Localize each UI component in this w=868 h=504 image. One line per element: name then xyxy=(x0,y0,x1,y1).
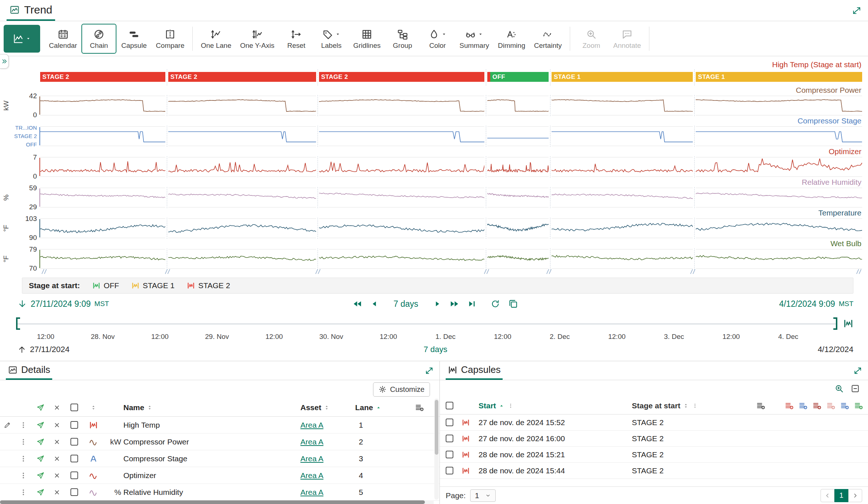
chart-segment[interactable] xyxy=(319,157,484,177)
toolbar-button-summary[interactable]: Summary xyxy=(455,24,493,54)
chart-segment[interactable] xyxy=(319,249,484,269)
toolbar-button-trend-type[interactable] xyxy=(4,25,40,53)
chart-segment[interactable] xyxy=(168,126,316,146)
capsule-checkbox[interactable] xyxy=(446,419,453,426)
chart-segment[interactable] xyxy=(168,157,316,177)
chart-segment[interactable] xyxy=(696,188,862,207)
y-axis[interactable]: 70 xyxy=(0,157,40,177)
toolbar-button-gridlines[interactable]: Gridlines xyxy=(349,24,385,54)
column-header-asset[interactable]: Asset xyxy=(300,403,355,412)
range-start-arrow-icon[interactable] xyxy=(18,299,27,309)
capsule-row[interactable]: 28 de nov. de 2024 15:44STAGE 2 xyxy=(440,463,868,479)
chart-segment[interactable] xyxy=(487,249,549,269)
capsule-segment[interactable]: OFF xyxy=(487,70,549,85)
row-menu-icon[interactable] xyxy=(19,438,27,446)
details-row[interactable]: High TempArea A1 xyxy=(0,417,439,434)
row-checkbox[interactable] xyxy=(70,455,78,462)
toolbar-button-one-y-axis[interactable]: One Y-Axis xyxy=(236,24,279,54)
chart-segment[interactable] xyxy=(319,218,484,238)
timebar-right-handle[interactable] xyxy=(833,317,837,330)
lane-number[interactable]: 2 xyxy=(355,438,399,446)
y-axis[interactable]: kW420 xyxy=(0,96,40,115)
add-column-icon[interactable] xyxy=(826,401,835,410)
preview-icon[interactable] xyxy=(37,488,45,496)
remove-item-icon[interactable] xyxy=(53,421,61,429)
toolbar-button-dimming[interactable]: Dimming xyxy=(493,24,530,54)
toolbar-button-one-lane[interactable]: One Lane xyxy=(196,24,235,54)
chart-segment[interactable] xyxy=(696,96,862,115)
row-checkbox[interactable] xyxy=(70,488,78,496)
investigate-range-duration[interactable]: 7 days xyxy=(171,345,700,354)
chart-segment[interactable] xyxy=(552,96,693,115)
timebar-capsules-toggle-icon[interactable] xyxy=(843,318,853,329)
add-column-icon[interactable] xyxy=(854,401,863,410)
toolbar-button-group[interactable]: Group xyxy=(385,24,420,54)
pan-forward-icon[interactable] xyxy=(433,299,442,308)
preview-icon[interactable] xyxy=(37,471,45,480)
chart-segment[interactable] xyxy=(487,157,549,177)
details-row[interactable]: OptimizerArea A4 xyxy=(0,467,439,484)
row-menu-icon[interactable] xyxy=(19,455,27,463)
toolbar-button-labels[interactable]: Labels xyxy=(314,24,349,54)
capsule-row[interactable]: 27 de nov. de 2024 16:00STAGE 2 xyxy=(440,431,868,447)
sort-type-icon[interactable] xyxy=(90,404,97,411)
column-header-stage[interactable]: Stage at start xyxy=(632,401,868,410)
toolbar-button-certainty[interactable]: Certainty xyxy=(530,24,566,54)
expand-details-icon[interactable] xyxy=(425,366,434,375)
toolbar-button-calendar[interactable]: Calendar xyxy=(45,24,81,54)
chart-segment[interactable] xyxy=(40,96,165,115)
capsule-segment[interactable]: STAGE 2 xyxy=(319,70,484,85)
chart-segment[interactable] xyxy=(552,157,693,177)
lane-number[interactable]: 4 xyxy=(355,471,399,480)
column-menu-icon[interactable] xyxy=(692,403,698,409)
display-range-end[interactable]: 4/12/2024 9:09 xyxy=(779,299,835,309)
lane-number[interactable]: 3 xyxy=(355,454,399,463)
asset-link[interactable]: Area A xyxy=(300,421,323,429)
add-column-icon[interactable] xyxy=(756,401,765,410)
lane-label[interactable]: Temperature xyxy=(40,207,862,218)
row-checkbox[interactable] xyxy=(70,421,78,429)
duration-button[interactable]: 7 days xyxy=(393,299,418,309)
zoom-to-capsule-icon[interactable] xyxy=(834,384,844,393)
capsule-checkbox[interactable] xyxy=(446,451,453,458)
chart-segment[interactable] xyxy=(40,157,165,177)
chart-segment[interactable] xyxy=(168,188,316,207)
investigate-range-start[interactable]: 27/11/2024 xyxy=(30,345,69,354)
column-header-start[interactable]: Start xyxy=(479,401,632,410)
row-menu-icon[interactable] xyxy=(19,421,27,429)
column-menu-icon[interactable] xyxy=(508,403,514,409)
item-name[interactable]: Optimizer xyxy=(123,471,300,480)
remove-item-icon[interactable] xyxy=(53,472,61,479)
auto-update-icon[interactable] xyxy=(491,299,500,309)
chart-segment[interactable] xyxy=(168,249,316,269)
details-row[interactable]: kWCompressor PowerArea A2 xyxy=(0,434,439,450)
range-up-arrow-icon[interactable] xyxy=(18,345,26,354)
next-page-button[interactable] xyxy=(848,489,862,502)
y-axis[interactable]: %5929 xyxy=(0,188,40,207)
edit-item-icon[interactable] xyxy=(4,421,11,429)
investigate-range-end[interactable]: 4/12/2024 xyxy=(700,345,853,354)
chart-segment[interactable] xyxy=(40,218,165,238)
select-all-checkbox[interactable] xyxy=(70,404,78,411)
sidebar-collapse-toggle[interactable] xyxy=(0,54,9,69)
item-name[interactable]: Relative Humidity xyxy=(123,488,300,497)
collapse-rows-icon[interactable] xyxy=(850,384,860,393)
chart-segment[interactable] xyxy=(319,188,484,207)
chart-segment[interactable] xyxy=(552,188,693,207)
customize-button[interactable]: Customize xyxy=(373,382,430,397)
add-column-icon[interactable] xyxy=(799,401,807,410)
chart-segment[interactable] xyxy=(552,249,693,269)
chart-segment[interactable] xyxy=(552,126,693,146)
capsule-row[interactable]: 28 de nov. de 2024 15:21STAGE 2 xyxy=(440,447,868,463)
capsule-segment[interactable]: STAGE 1 xyxy=(552,70,693,85)
lane-label[interactable]: Wet Bulb xyxy=(40,238,862,249)
tab-trend[interactable]: Trend xyxy=(7,0,55,21)
chart-segment[interactable] xyxy=(40,126,165,146)
chart-segment[interactable] xyxy=(319,96,484,115)
chart-segment[interactable] xyxy=(552,218,693,238)
capsule-checkbox[interactable] xyxy=(446,467,453,474)
page-select[interactable]: 1 xyxy=(470,489,496,502)
chart-segment[interactable] xyxy=(319,126,484,146)
capsule-segment[interactable]: STAGE 1 xyxy=(696,70,862,85)
remove-all-icon[interactable] xyxy=(53,404,61,411)
